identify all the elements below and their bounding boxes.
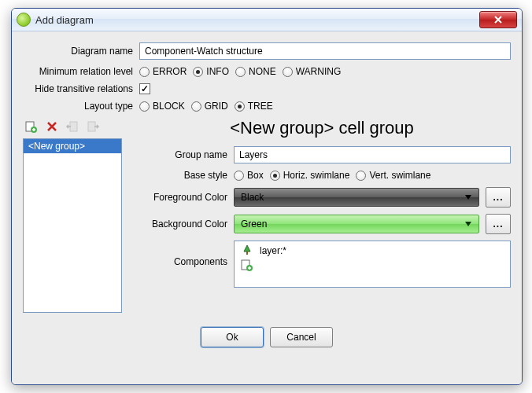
radio-icon bbox=[193, 67, 203, 77]
radio-info[interactable]: INFO bbox=[193, 66, 229, 77]
min-relation-radios: ERROR INFO NONE WARNING bbox=[139, 66, 511, 77]
radio-label: TREE bbox=[248, 101, 273, 112]
components-list[interactable]: layer:* bbox=[234, 241, 511, 288]
background-label: Background Color bbox=[133, 219, 234, 230]
close-button[interactable] bbox=[479, 11, 517, 28]
add-icon bbox=[241, 259, 253, 271]
radio-label: WARNING bbox=[296, 66, 342, 77]
base-style-radios: Box Horiz. swimlane Vert. swimlane bbox=[234, 170, 511, 181]
arrow-left-icon bbox=[66, 120, 79, 133]
component-pattern: layer:* bbox=[260, 245, 286, 256]
chevron-down-icon bbox=[461, 215, 475, 233]
add-component-button[interactable] bbox=[241, 259, 253, 271]
radio-label: GRID bbox=[205, 101, 228, 112]
svg-rect-3 bbox=[88, 122, 95, 131]
radio-vert-swimlane[interactable]: Vert. swimlane bbox=[356, 170, 430, 181]
radio-icon bbox=[139, 67, 150, 77]
radio-label: INFO bbox=[206, 66, 229, 77]
foreground-value: Black bbox=[241, 192, 264, 203]
radio-icon bbox=[191, 101, 201, 112]
radio-label: Box bbox=[247, 170, 264, 181]
radio-block[interactable]: BLOCK bbox=[139, 101, 185, 112]
radio-icon bbox=[139, 101, 150, 112]
radio-icon bbox=[356, 171, 366, 181]
radio-tree[interactable]: TREE bbox=[235, 101, 273, 112]
base-style-label: Base style bbox=[133, 170, 234, 181]
radio-none[interactable]: NONE bbox=[235, 66, 276, 77]
radio-icon bbox=[234, 171, 244, 181]
radio-label: BLOCK bbox=[153, 101, 185, 112]
app-icon bbox=[17, 13, 31, 27]
radio-icon bbox=[235, 101, 245, 112]
components-label: Components bbox=[133, 241, 234, 267]
group-list[interactable]: <New group> bbox=[23, 138, 122, 313]
group-name-label: Group name bbox=[133, 149, 234, 160]
background-edit-button[interactable]: ... bbox=[486, 214, 511, 234]
group-toolbar bbox=[23, 118, 122, 138]
radio-label: Horiz. swimlane bbox=[283, 170, 350, 181]
chevron-down-icon bbox=[461, 189, 475, 206]
radio-horiz-swimlane[interactable]: Horiz. swimlane bbox=[270, 170, 350, 181]
dialog-window: Add diagram Diagram name Minimum relatio… bbox=[11, 8, 523, 385]
hide-transitive-checkbox[interactable] bbox=[139, 83, 150, 94]
background-value: Green bbox=[241, 219, 267, 230]
foreground-edit-button[interactable]: ... bbox=[486, 187, 511, 208]
radio-warning[interactable]: WARNING bbox=[283, 66, 342, 77]
close-icon bbox=[493, 16, 503, 24]
add-group-button[interactable] bbox=[24, 119, 39, 134]
window-title: Add diagram bbox=[35, 14, 479, 26]
radio-icon bbox=[283, 67, 293, 77]
delete-icon bbox=[46, 121, 57, 132]
titlebar: Add diagram bbox=[12, 9, 522, 31]
radio-label: NONE bbox=[249, 66, 276, 77]
diagram-name-input[interactable] bbox=[139, 42, 511, 60]
svg-rect-2 bbox=[70, 122, 77, 131]
hide-transitive-label: Hide transitive relations bbox=[23, 83, 139, 94]
delete-group-button[interactable] bbox=[45, 119, 59, 134]
foreground-color-combo[interactable]: Black bbox=[234, 188, 479, 207]
layout-type-radios: BLOCK GRID TREE bbox=[139, 101, 511, 112]
radio-label: Vert. swimlane bbox=[369, 170, 430, 181]
diagram-name-label: Diagram name bbox=[23, 46, 139, 57]
foreground-label: Foreground Color bbox=[133, 192, 234, 203]
list-item[interactable]: <New group> bbox=[24, 139, 121, 153]
layout-type-label: Layout type bbox=[23, 101, 139, 112]
add-icon bbox=[25, 120, 38, 133]
layer-icon bbox=[241, 244, 253, 257]
radio-icon bbox=[235, 67, 246, 77]
arrow-right-icon bbox=[87, 120, 99, 133]
cancel-button[interactable]: Cancel bbox=[270, 327, 333, 347]
svg-rect-4 bbox=[246, 252, 248, 255]
move-up-button[interactable] bbox=[65, 119, 79, 134]
ok-button[interactable]: Ok bbox=[201, 327, 264, 347]
radio-icon bbox=[270, 171, 280, 181]
background-color-combo[interactable]: Green bbox=[234, 215, 479, 233]
radio-error[interactable]: ERROR bbox=[139, 66, 187, 77]
move-down-button[interactable] bbox=[86, 119, 100, 134]
radio-box[interactable]: Box bbox=[234, 170, 264, 181]
min-relation-label: Minimum relation level bbox=[23, 66, 139, 77]
radio-label: ERROR bbox=[153, 66, 187, 77]
group-name-input[interactable] bbox=[234, 146, 511, 163]
group-panel-title: <New group> cell group bbox=[133, 118, 511, 138]
radio-grid[interactable]: GRID bbox=[191, 101, 228, 112]
